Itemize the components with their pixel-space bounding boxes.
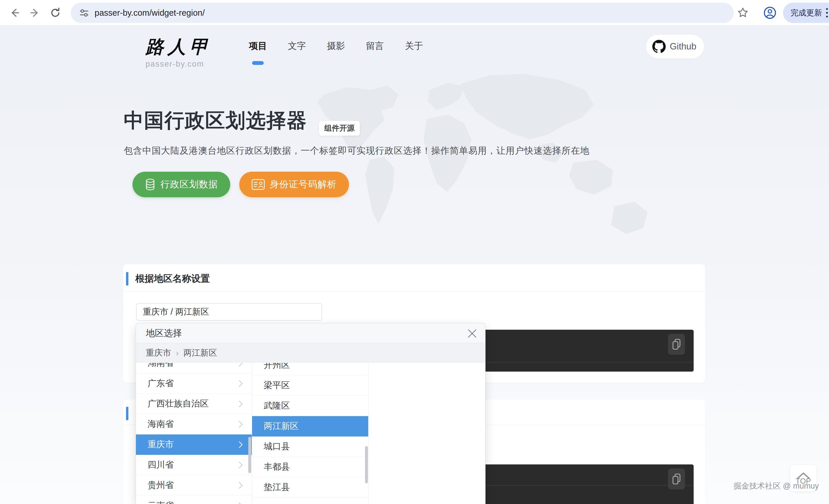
url-bar[interactable]: passer-by.com/widget-region/ xyxy=(71,3,734,23)
province-item-selected[interactable]: 重庆市 xyxy=(136,434,252,455)
site-logo[interactable]: 路人甲 passer-by.com xyxy=(146,35,212,69)
back-icon[interactable] xyxy=(6,4,23,22)
district-item[interactable]: 垫江县 xyxy=(252,477,368,498)
section-heading: 根据地区名称设置 xyxy=(135,273,210,285)
reload-icon[interactable] xyxy=(46,4,64,22)
list-item-label: 广西壮族自治区 xyxy=(148,398,209,410)
region-input[interactable] xyxy=(136,303,322,321)
region-data-button[interactable]: 行政区划数据 xyxy=(133,172,230,197)
district-item[interactable]: 梁平区 xyxy=(252,375,368,396)
idcard-parse-label: 身份证号码解析 xyxy=(269,178,337,191)
province-item[interactable]: 云南省 xyxy=(136,496,252,504)
browser-update-button[interactable]: 完成更新 xyxy=(783,3,829,23)
list-item-label: 两江新区 xyxy=(264,420,299,432)
chevron-right-icon xyxy=(239,421,243,428)
open-source-badge: 组件开源 xyxy=(319,121,360,136)
copy-button[interactable] xyxy=(668,468,685,490)
chevron-right-icon xyxy=(239,441,243,448)
profile-avatar-icon[interactable] xyxy=(761,4,779,22)
id-card-icon xyxy=(252,179,265,190)
page-subtitle: 包含中国大陆及港澳台地区行政区划数据，一个标签即可实现行政区选择！操作简单易用，… xyxy=(124,145,589,157)
heading-accent-bar xyxy=(126,407,129,420)
github-button[interactable]: Github xyxy=(646,34,705,59)
update-label: 完成更新 xyxy=(791,7,822,18)
chevron-right-icon xyxy=(239,481,243,489)
breadcrumb-district[interactable]: 两江新区 xyxy=(183,347,217,359)
nav-item-2[interactable]: 文字 xyxy=(288,40,306,60)
district-item[interactable]: 城口县 xyxy=(252,436,368,457)
district-item-selected[interactable]: 两江新区 xyxy=(252,416,368,436)
heading-accent-bar xyxy=(126,272,129,285)
github-label: Github xyxy=(670,41,696,52)
page-title: 中国行政区划选择器 xyxy=(124,107,307,134)
district-item[interactable]: 丰都县 xyxy=(252,457,368,477)
district-scrollbar[interactable] xyxy=(365,446,368,483)
chevron-right-icon xyxy=(239,400,243,408)
list-item-label: 云南省 xyxy=(148,500,174,504)
nav-item-3[interactable]: 摄影 xyxy=(327,40,345,60)
list-item-label: 湖南省 xyxy=(148,363,174,369)
region-picker-dropdown: 地区选择 重庆市 › 两江新区 湖南省广东省广西壮族自治区海南省重庆市四川省贵州… xyxy=(136,323,485,504)
nav-item-1[interactable]: 项目 xyxy=(249,40,267,60)
picker-title: 地区选择 xyxy=(146,327,182,339)
chevron-right-icon xyxy=(239,502,243,504)
idcard-parse-button[interactable]: 身份证号码解析 xyxy=(239,172,349,197)
province-item[interactable]: 湖南省 xyxy=(136,363,252,373)
list-item-label: 城口县 xyxy=(264,440,290,453)
browser-toolbar: passer-by.com/widget-region/ 完成更新 xyxy=(0,0,829,26)
picker-columns: 湖南省广东省广西壮族自治区海南省重庆市四川省贵州省云南省 开州区梁平区武隆区两江… xyxy=(136,363,485,504)
list-item-label: 武隆区 xyxy=(264,400,290,412)
logo-domain: passer-by.com xyxy=(146,60,212,69)
province-item[interactable]: 海南省 xyxy=(136,414,252,434)
main-nav: 项目文字摄影留言关于 xyxy=(249,40,423,60)
list-item-label: 海南省 xyxy=(148,418,174,430)
nav-item-4[interactable]: 留言 xyxy=(366,40,384,60)
chevron-right-icon xyxy=(239,461,243,469)
site-settings-icon[interactable] xyxy=(79,7,89,18)
screenshot-root: passer-by.com/widget-region/ 完成更新 xyxy=(0,0,829,504)
list-item-label: 梁平区 xyxy=(264,380,290,391)
menu-dots-icon[interactable] xyxy=(826,8,828,17)
watermark-text: 掘金技术社区 @ mumuy xyxy=(733,481,819,491)
chevron-right-icon xyxy=(239,380,243,387)
empty-column xyxy=(368,363,485,504)
database-icon xyxy=(145,178,156,191)
province-item[interactable]: 广东省 xyxy=(136,373,252,394)
picker-header: 地区选择 xyxy=(136,323,485,343)
picker-breadcrumb: 重庆市 › 两江新区 xyxy=(136,343,485,363)
district-item[interactable]: 武隆区 xyxy=(252,396,368,416)
chevron-right-icon: › xyxy=(176,348,179,358)
province-item[interactable]: 广西壮族自治区 xyxy=(136,394,252,414)
active-tab-underline xyxy=(252,61,264,65)
divider xyxy=(123,291,705,291)
region-data-label: 行政区划数据 xyxy=(160,178,218,191)
list-item-label: 四川省 xyxy=(148,459,174,471)
province-item[interactable]: 四川省 xyxy=(136,455,252,475)
list-item-label: 丰都县 xyxy=(264,461,290,473)
district-column: 开州区梁平区武隆区两江新区城口县丰都县垫江县 xyxy=(252,363,368,504)
github-icon xyxy=(652,40,666,53)
copy-button[interactable] xyxy=(668,334,685,355)
list-item-label: 广东省 xyxy=(148,377,174,389)
url-text[interactable]: passer-by.com/widget-region/ xyxy=(95,8,205,18)
list-item-label: 开州区 xyxy=(264,363,290,371)
province-item[interactable]: 贵州省 xyxy=(136,475,252,496)
world-map-watermark xyxy=(297,67,670,288)
list-item-label: 垫江县 xyxy=(264,481,290,493)
list-item-label: 贵州省 xyxy=(148,479,174,491)
forward-icon[interactable] xyxy=(26,4,44,22)
bookmark-star-icon[interactable] xyxy=(734,4,752,22)
logo-title: 路人甲 xyxy=(146,35,212,59)
chevron-right-icon xyxy=(239,363,243,367)
close-icon[interactable] xyxy=(465,327,479,340)
nav-item-5[interactable]: 关于 xyxy=(405,40,423,60)
province-column: 湖南省广东省广西壮族自治区海南省重庆市四川省贵州省云南省 xyxy=(136,363,252,504)
list-item-label: 重庆市 xyxy=(148,438,174,451)
page-body: 路人甲 passer-by.com 项目文字摄影留言关于 Github 中国行政… xyxy=(0,26,829,504)
breadcrumb-province[interactable]: 重庆市 xyxy=(146,347,171,359)
district-item[interactable]: 开州区 xyxy=(252,363,368,375)
province-scrollbar[interactable] xyxy=(248,437,251,473)
